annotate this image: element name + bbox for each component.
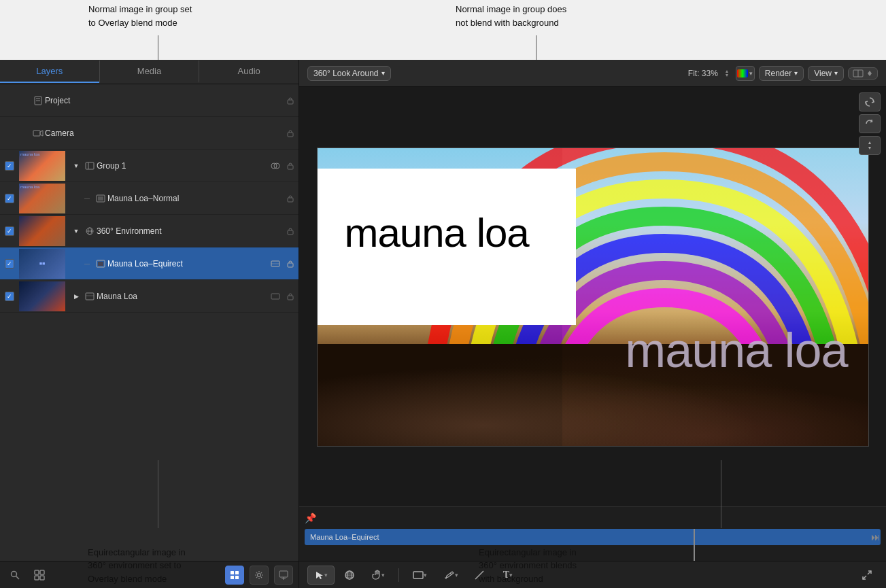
layer-lock-env360 — [282, 227, 299, 235]
globe-tool-button[interactable] — [339, 566, 360, 585]
svg-rect-11 — [288, 165, 293, 169]
grid-view-button[interactable] — [225, 566, 244, 585]
layer-row-group1[interactable]: ✓ mauna loa ▼ Group 1 — [0, 150, 299, 182]
layer-rect-icon — [269, 293, 282, 300]
timeline-bar: 📌 — [299, 507, 886, 529]
callout-line-bottom-left — [158, 460, 158, 528]
layer-row-env360[interactable]: ✓ ▼ 360° Environment — [0, 215, 299, 247]
svg-rect-14 — [288, 198, 293, 202]
hand-icon — [372, 570, 381, 581]
svg-rect-26 — [271, 294, 279, 299]
layer-checkbox-group1[interactable]: ✓ — [0, 161, 19, 171]
render-dropdown[interactable]: Render ▾ — [759, 66, 804, 81]
layer-expand-mauna-loa[interactable]: ▶ — [69, 293, 83, 300]
callout-line-bottom-right — [721, 460, 721, 528]
svg-rect-36 — [231, 576, 234, 579]
hand-dropdown-arrow: ▾ — [381, 572, 385, 578]
layer-lock-camera — [282, 129, 299, 137]
render-chevron-icon: ▾ — [794, 69, 798, 77]
layer-checkbox-mauna-normal[interactable]: ✓ — [0, 194, 19, 203]
preview-toolbar: 360° Look Around ▾ Fit: 33% ▾ Render ▾ V… — [299, 60, 886, 87]
select-tool-button[interactable]: ▾ — [307, 566, 335, 585]
layer-bullet-mauna-equirect: — — [80, 260, 94, 266]
layer-thumb-mauna-loa — [19, 281, 65, 311]
layer-name-group1: Group 1 — [97, 161, 269, 171]
svg-rect-39 — [279, 571, 288, 577]
layer-row-mauna-equirect[interactable]: ✓ ■■ — Mauna Loa–Equirect — [0, 247, 299, 280]
layer-blend-icon — [269, 161, 282, 171]
shape-dropdown-arrow: ▾ — [424, 572, 427, 578]
arrange-button[interactable] — [859, 136, 881, 155]
tab-audio[interactable]: Audio — [199, 60, 299, 83]
fit-label: Fit: 33% — [688, 69, 718, 78]
tab-media[interactable]: Media — [99, 60, 199, 83]
main-layout: Layers Media Audio Project — [0, 60, 886, 588]
layer-thumb-empty — [19, 86, 30, 116]
checkmark-mauna-normal: ✓ — [5, 194, 14, 203]
view-chevron-icon: ▾ — [834, 69, 838, 77]
layer-expand-group1[interactable]: ▼ — [69, 162, 83, 169]
svg-rect-3 — [288, 100, 293, 104]
settings-button[interactable] — [250, 566, 269, 585]
layer-name-project: Project — [45, 96, 282, 105]
split-chevron-icon — [866, 69, 873, 77]
pen-icon — [444, 570, 455, 581]
annotation-bottom-left: Equirectangular image in360° environment… — [85, 543, 221, 589]
svg-rect-32 — [35, 576, 39, 580]
svg-point-38 — [258, 573, 261, 576]
pen-tool-button[interactable]: ▾ — [437, 566, 464, 585]
search-button[interactable] — [5, 566, 24, 585]
shape-tool-button[interactable]: ▾ — [406, 566, 433, 585]
rotate-360-button[interactable] — [859, 92, 881, 111]
preview-toolbar-right: Fit: 33% ▾ Render ▾ View ▾ — [688, 66, 878, 81]
layer-name-camera: Camera — [45, 128, 282, 138]
checkmark-mauna-equirect: ✓ — [5, 259, 14, 269]
svg-rect-34 — [231, 571, 234, 574]
hand-tool-button[interactable]: ▾ — [364, 566, 392, 585]
svg-rect-50 — [413, 572, 423, 578]
layout-button[interactable] — [30, 566, 49, 585]
svg-rect-30 — [35, 570, 39, 574]
svg-rect-37 — [235, 576, 239, 579]
playhead-line — [694, 529, 695, 561]
resize-tool-button[interactable] — [856, 566, 878, 585]
view-dropdown[interactable]: View ▾ — [808, 66, 844, 81]
tab-layers[interactable]: Layers — [0, 60, 99, 83]
select-arrow-icon — [315, 570, 324, 580]
add-layer-button[interactable] — [274, 566, 293, 585]
svg-rect-7 — [86, 162, 94, 169]
svg-rect-6 — [288, 133, 293, 137]
view-mode-dropdown[interactable]: 360° Look Around ▾ — [307, 66, 391, 81]
layer-row-mauna-loa[interactable]: ✓ ▶ Mauna Loa — [0, 280, 299, 313]
toolbar-separator-1 — [398, 568, 399, 582]
layer-lock-group1 — [282, 162, 299, 170]
layer-icon-mauna-normal — [94, 194, 107, 203]
layer-row-camera[interactable]: Camera — [0, 117, 299, 150]
svg-rect-31 — [40, 570, 44, 574]
reset-view-button[interactable] — [859, 114, 881, 133]
layer-checkbox-mauna-equirect[interactable]: ✓ — [0, 259, 19, 269]
layer-row-mauna-normal[interactable]: ✓ mauna loa — Mauna Loa–Normal — [0, 182, 299, 215]
svg-rect-23 — [288, 263, 293, 267]
layout-split-button[interactable] — [848, 67, 878, 80]
annotation-area: Normal image in group setto Overlay blen… — [0, 0, 886, 60]
layer-thumb-mauna-normal: mauna loa — [19, 184, 65, 213]
layer-expand-env360[interactable]: ▼ — [69, 228, 83, 235]
layer-checkbox-env360[interactable]: ✓ — [0, 226, 19, 236]
layer-row-project[interactable]: Project — [0, 84, 299, 117]
layer-lock-project — [282, 97, 299, 105]
svg-rect-20 — [98, 262, 103, 266]
canvas-area: mauna loa mauna loa — [299, 87, 886, 506]
timeline-end-icon[interactable]: ⏭ — [871, 532, 881, 542]
layer-icon-mauna-equirect — [94, 259, 107, 269]
right-panel: 360° Look Around ▾ Fit: 33% ▾ Render ▾ V… — [299, 60, 886, 588]
svg-rect-4 — [33, 131, 40, 136]
svg-marker-5 — [40, 131, 43, 136]
left-panel: Layers Media Audio Project — [0, 60, 299, 588]
layer-checkbox-mauna-loa[interactable]: ✓ — [0, 292, 19, 301]
timeline-pin-icon[interactable]: 📌 — [305, 513, 316, 523]
layer-icon-group1 — [83, 161, 97, 171]
fit-stepper-icon[interactable] — [722, 69, 732, 78]
annotation-top-left: Normal image in group setto Overlay blen… — [88, 3, 238, 29]
color-picker-button[interactable]: ▾ — [736, 66, 755, 81]
